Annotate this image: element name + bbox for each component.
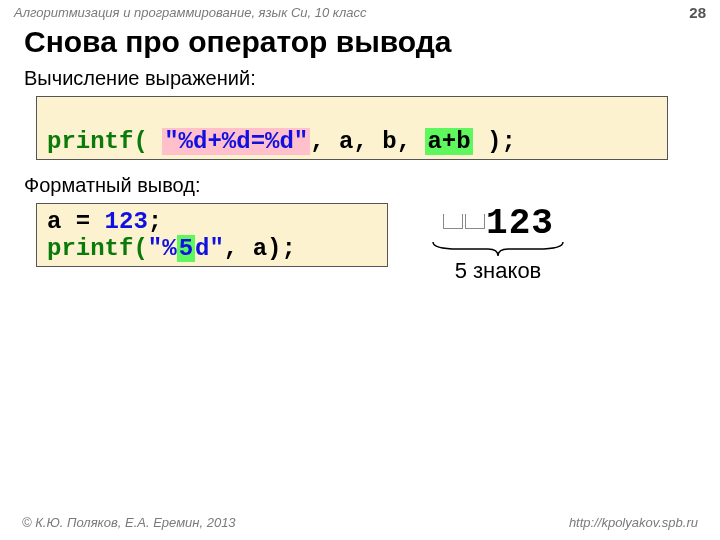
- output-value: 123: [486, 203, 554, 244]
- page-number: 28: [689, 4, 706, 21]
- copyright: © К.Ю. Поляков, Е.А. Еремин, 2013: [22, 515, 236, 530]
- section2-label: Форматный вывод:: [24, 174, 720, 197]
- code-args: , a, b,: [310, 128, 425, 155]
- code-block-2: a = 123; printf("%5d", a);: [36, 203, 388, 267]
- code-end: );: [473, 128, 516, 155]
- course-title: Алгоритмизация и программирование, язык …: [14, 5, 367, 20]
- code-printf2: printf(: [47, 235, 148, 262]
- code-format-string: "%d+%d=%d": [162, 128, 310, 155]
- space-marker-icon: [465, 214, 485, 229]
- website-url: http://kpolyakov.spb.ru: [569, 515, 698, 530]
- code-block-1: printf( "%d+%d=%d", a, b, a+b );: [36, 96, 668, 160]
- slide-footer: © К.Ю. Поляков, Е.А. Еремин, 2013 http:/…: [0, 515, 720, 530]
- brace-label: 5 знаков: [428, 258, 568, 284]
- section1-label: Вычисление выражений:: [24, 67, 720, 90]
- code-fmt-close: d": [195, 235, 224, 262]
- code-assign-var: a =: [47, 208, 105, 235]
- code-printf2-end: , a);: [224, 235, 296, 262]
- space-marker-icon: [443, 214, 463, 229]
- output-text: 123: [428, 203, 568, 244]
- code-printf: printf(: [47, 128, 162, 155]
- code-assign-semi: ;: [148, 208, 162, 235]
- code-assign-num: 123: [105, 208, 148, 235]
- page-title: Снова про оператор вывода: [24, 25, 720, 59]
- code-fmt-open: "%: [148, 235, 177, 262]
- slide-header: Алгоритмизация и программирование, язык …: [0, 0, 720, 23]
- code-expression: a+b: [425, 128, 472, 155]
- output-block: 123 5 знаков: [428, 203, 568, 284]
- code-width: 5: [177, 235, 195, 262]
